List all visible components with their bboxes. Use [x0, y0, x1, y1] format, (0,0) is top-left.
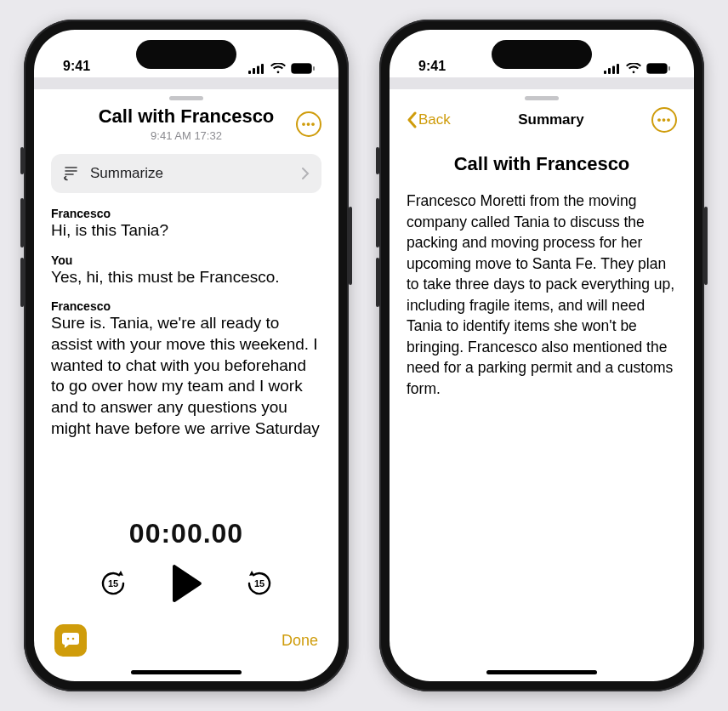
sheet-grabber[interactable]	[169, 96, 203, 100]
playback-time: 00:00.00	[51, 518, 321, 549]
svg-rect-2	[257, 65, 259, 74]
speaker-label: Francesco	[51, 299, 321, 313]
sheet-background-peek	[34, 77, 338, 89]
transcript-entry: Francesco Sure is. Tania, we're all read…	[51, 299, 321, 439]
transcript-toggle-button[interactable]	[54, 624, 87, 657]
svg-rect-5	[293, 65, 310, 72]
summarize-icon	[63, 166, 80, 181]
cellular-icon	[604, 64, 621, 74]
status-time: 9:41	[418, 59, 446, 74]
transcript-text: Yes, hi, this must be Francesco.	[51, 267, 321, 288]
cellular-icon	[248, 64, 265, 74]
skip-back-15-button[interactable]: 15	[98, 568, 128, 599]
play-icon	[169, 565, 203, 602]
home-indicator[interactable]	[486, 670, 597, 674]
more-options-button[interactable]: •••	[651, 107, 677, 133]
svg-rect-11	[604, 71, 606, 74]
status-bar: 9:41	[390, 30, 694, 77]
phone-transcript: 9:41 Call with Francesco 9:41 AM 17:32 •…	[24, 20, 349, 691]
wifi-icon	[626, 63, 641, 74]
wifi-icon	[270, 63, 286, 74]
svg-rect-6	[313, 66, 315, 71]
chevron-right-icon	[301, 167, 310, 180]
transcript-entry: Francesco Hi, is this Tania?	[51, 207, 321, 242]
svg-rect-0	[248, 71, 251, 74]
phone-summary: 9:41 Back Summary ••• Call with Francesc…	[379, 20, 704, 691]
back-label: Back	[418, 111, 451, 128]
summarize-button[interactable]: Summarize	[51, 154, 321, 193]
svg-text:15: 15	[254, 578, 264, 589]
svg-rect-3	[261, 64, 264, 74]
call-title: Call with Francesco	[77, 105, 296, 128]
speaker-label: You	[51, 253, 321, 267]
status-indicators	[248, 63, 315, 74]
svg-rect-13	[612, 65, 615, 74]
transcript-list: Francesco Hi, is this Tania? You Yes, hi…	[51, 207, 321, 440]
transcript-text: Hi, is this Tania?	[51, 220, 321, 242]
summary-title: Call with Francesco	[407, 153, 677, 175]
skip-forward-15-button[interactable]: 15	[244, 568, 275, 599]
transcript-text: Sure is. Tania, we're all ready to assis…	[51, 313, 321, 439]
done-button[interactable]: Done	[282, 632, 318, 650]
chevron-left-icon	[407, 111, 417, 128]
svg-rect-1	[253, 68, 255, 74]
svg-point-10	[72, 638, 75, 640]
more-options-button[interactable]: •••	[296, 111, 321, 137]
nav-title: Summary	[518, 111, 583, 128]
transcript-entry: You Yes, hi, this must be Francesco.	[51, 253, 321, 288]
play-button[interactable]	[169, 565, 203, 602]
status-indicators	[604, 63, 670, 74]
svg-point-9	[67, 638, 70, 640]
call-subtitle: 9:41 AM 17:32	[77, 129, 296, 142]
home-indicator[interactable]	[131, 670, 242, 674]
svg-rect-16	[648, 65, 666, 72]
svg-rect-12	[608, 68, 611, 74]
speaker-label: Francesco	[51, 207, 321, 220]
svg-rect-17	[668, 66, 670, 71]
back-button[interactable]: Back	[407, 111, 451, 128]
sheet-grabber[interactable]	[525, 96, 559, 100]
status-time: 9:41	[63, 59, 90, 74]
summarize-label: Summarize	[90, 165, 163, 182]
status-bar: 9:41	[34, 30, 338, 77]
speech-bubble-icon	[61, 632, 80, 649]
summary-body: Francesco Moretti from the moving compan…	[407, 191, 677, 399]
sheet-background-peek	[390, 77, 694, 89]
battery-icon	[291, 63, 315, 74]
player: 00:00.00 15 15	[51, 518, 321, 624]
svg-text:15: 15	[108, 578, 118, 589]
battery-icon	[646, 63, 670, 74]
svg-rect-14	[617, 64, 619, 74]
